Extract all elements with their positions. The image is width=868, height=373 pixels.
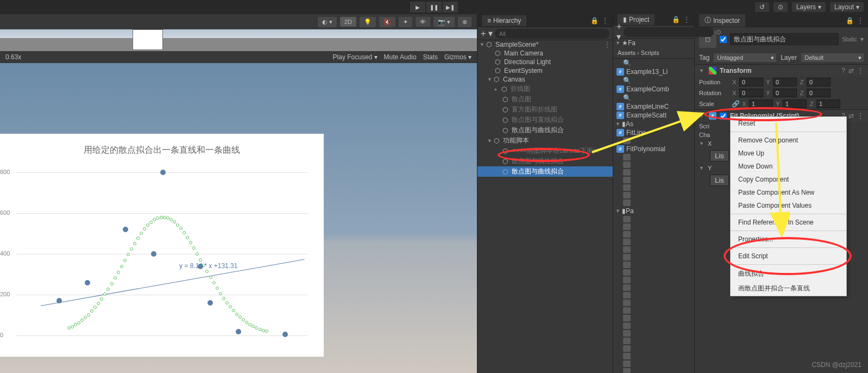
2d-toggle[interactable]: 2D [340, 17, 356, 27]
timeline[interactable] [0, 29, 477, 51]
component-enabled-checkbox[interactable] [720, 113, 727, 120]
script-example13[interactable]: #Example13_Li [613, 67, 694, 76]
script-example-combo[interactable]: #ExampleComb [613, 85, 694, 94]
game-view[interactable]: 用给定的散点拟合出一条直线和一条曲线 y = 8.14 * x +131.31 … [0, 63, 477, 373]
step-button[interactable]: ▶❚ [443, 2, 458, 13]
menu-move-up[interactable]: Move Up [731, 147, 846, 160]
project-search-2[interactable]: 🔍 [613, 76, 694, 85]
assets-folder[interactable]: ▼▮ As [613, 120, 694, 128]
scale-y[interactable] [783, 100, 807, 108]
lighting-toggle[interactable]: 💡 [360, 17, 376, 27]
component-menu-icon[interactable]: ⋮ [857, 67, 864, 74]
menu-reset[interactable]: Reset [731, 117, 846, 130]
audio-toggle[interactable]: 🔇 [379, 17, 395, 27]
inspector-menu-icon[interactable]: ⋮ [857, 17, 864, 24]
script-example-scatter[interactable]: #ExampleScatt [613, 111, 694, 120]
hierarchy-item-main-camera[interactable]: ⬡Main Camera [477, 49, 613, 58]
project-lock-icon[interactable]: 🔒 [672, 16, 680, 23]
hierarchy-item-event-system[interactable]: ⬡EventSystem [477, 66, 613, 75]
project-menu-icon[interactable]: ⋮ [683, 16, 690, 23]
scene-root[interactable]: ▼⬡SampleScene*⋮ [477, 40, 613, 49]
gizmo-dropdown[interactable]: ⊕ [458, 17, 471, 27]
scale-link-icon[interactable]: 🔗 [732, 100, 739, 108]
rotation-x[interactable] [739, 89, 763, 97]
menu-properties[interactable]: Properties... [731, 233, 846, 246]
object-name-input[interactable] [730, 33, 839, 45]
preset-icon[interactable]: ⇄ [848, 67, 854, 74]
layer-dropdown[interactable]: Default ▾ [801, 53, 864, 62]
inspector-lock-icon[interactable]: 🔒 [846, 17, 854, 24]
hierarchy-tab[interactable]: ≡ Hierarchy [482, 15, 526, 26]
create-dropdown[interactable]: + ▾ [481, 28, 493, 39]
menu-find-references[interactable]: Find References In Scene [731, 216, 846, 229]
script-fit-line[interactable]: #FitLine [613, 128, 694, 137]
scale-row: Scale 🔗 X Y Z [695, 98, 868, 109]
folder-1[interactable] [613, 137, 694, 145]
menu-remove-component[interactable]: Remove Component [731, 134, 846, 147]
project-tab[interactable]: ▮ Project [618, 14, 655, 25]
play-focused-dropdown[interactable]: Play Focused ▾ [333, 53, 378, 61]
y-list-empty[interactable]: Lis [710, 175, 729, 186]
panel-lock-icon[interactable]: 🔒 [590, 17, 599, 24]
project-search-1[interactable]: 🔍 [613, 59, 694, 67]
project-search-input[interactable] [624, 27, 714, 37]
timeline-thumbnail[interactable] [133, 29, 163, 50]
component-context-menu: Reset Remove Component Move Up Move Down… [730, 116, 847, 296]
hierarchy-item-curve-fit-selected[interactable]: ⬡散点图与曲线拟合 [477, 166, 613, 177]
draw-mode-dropdown[interactable]: ◐ ▾ [318, 17, 337, 27]
hidden-toggle[interactable]: 👁 [416, 17, 430, 27]
global-search-button[interactable]: ⊙ [773, 2, 788, 12]
menu-curve-fit[interactable]: 曲线拟合 [731, 266, 846, 281]
hierarchy-item-directional-light[interactable]: ⬡Directional Light [477, 58, 613, 66]
favorites-folder[interactable]: ▼★ Fa [613, 39, 694, 47]
menu-move-down[interactable]: Move Down [731, 160, 846, 173]
project-filter-icon[interactable]: ⊙ [716, 28, 721, 36]
position-x[interactable] [739, 78, 763, 86]
layers-dropdown[interactable]: Layers ▾ [792, 2, 826, 12]
position-z[interactable] [807, 78, 831, 86]
gizmos-dropdown[interactable]: Gizmos ▾ [444, 53, 471, 61]
rotation-z[interactable] [807, 89, 831, 97]
hierarchy-item-histogram[interactable]: ⬡直方图和折线图 [477, 104, 613, 115]
hierarchy-item-canvas[interactable]: ▼⬡Canvas [477, 75, 613, 84]
hierarchy-search-input[interactable] [495, 29, 609, 39]
rotation-y[interactable] [773, 89, 797, 97]
stats-toggle[interactable]: Stats [423, 53, 438, 61]
packages-folder[interactable]: ▼▮ Pa [613, 207, 694, 215]
position-y[interactable] [773, 78, 797, 86]
tag-dropdown[interactable]: Untagged ▾ [714, 53, 776, 62]
active-checkbox[interactable] [720, 36, 727, 43]
layout-dropdown[interactable]: Layout ▾ [830, 2, 864, 12]
camera-dropdown[interactable]: 📷 ▾ [433, 17, 455, 27]
hierarchy-item-line-chart[interactable]: ▸⬡折线图 [477, 84, 613, 94]
fx-toggle[interactable]: ✦ [399, 17, 412, 27]
undo-history-button[interactable]: ↺ [755, 2, 769, 12]
x-list-empty[interactable]: Lis [710, 150, 729, 161]
menu-paste-as-new[interactable]: Paste Component As New [731, 186, 846, 199]
play-button[interactable]: ▶ [410, 2, 425, 13]
chart-container: 用给定的散点拟合出一条直线和一条曲线 y = 8.14 * x +131.31 … [0, 134, 324, 357]
static-dropdown[interactable]: ▾ [860, 35, 864, 43]
menu-copy-component[interactable]: Copy Component [731, 173, 846, 186]
script-fit-polynomial[interactable]: #FitPolynomial [613, 145, 694, 153]
scale-z[interactable] [816, 100, 840, 108]
transform-header[interactable]: ▼ Transform ? ⇄ ⋮ [695, 65, 868, 77]
hierarchy-item-linear-fit[interactable]: ⬡散点图与线性拟合 [477, 156, 613, 166]
hierarchy-item-scatter-curve-fit[interactable]: ⬡散点图与曲线拟合 [477, 125, 613, 135]
menu-scatter-line-fit[interactable]: 画散点图并拟合一条直线 [731, 281, 846, 296]
pause-button[interactable]: ❚❚ [426, 2, 442, 13]
scale-x[interactable] [749, 100, 773, 108]
help-icon[interactable]: ? [841, 67, 845, 74]
project-breadcrumb[interactable]: Assets › Scripts [613, 47, 694, 59]
mute-audio-toggle[interactable]: Mute Audio [384, 53, 417, 61]
hierarchy-item-scatter-line-fit[interactable]: ⬡散点图与直线拟合 [477, 115, 613, 125]
project-search-3[interactable]: 🔍 [613, 94, 694, 102]
hierarchy-item-function-scripts[interactable]: ▼⬡功能脚本 [477, 135, 613, 146]
inspector-tab[interactable]: ⓘ Inspector [699, 14, 745, 27]
panel-menu-icon[interactable]: ⋮ [602, 17, 608, 24]
menu-edit-script[interactable]: Edit Script [731, 250, 846, 263]
hierarchy-item-script-note[interactable]: ⬡<<<<画图脚本在canvas下面>: [477, 146, 613, 156]
script-example-line[interactable]: #ExampleLineC [613, 102, 694, 111]
menu-paste-values[interactable]: Paste Component Values [731, 199, 846, 212]
hierarchy-item-scatter[interactable]: ⬡散点图 [477, 94, 613, 104]
